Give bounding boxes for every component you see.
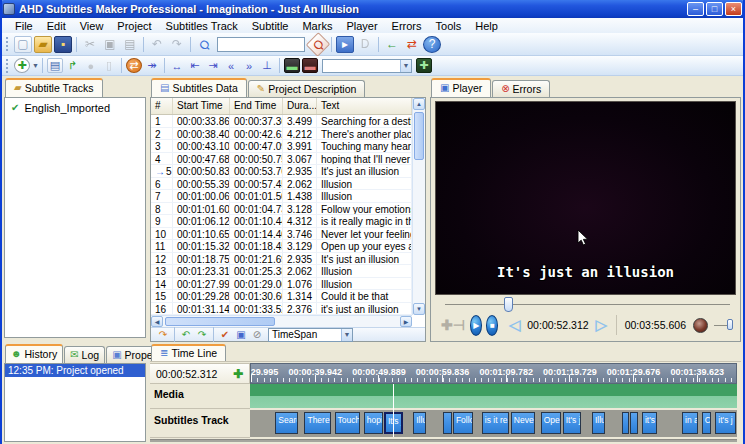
- export-track-icon[interactable]: ↱: [65, 58, 81, 73]
- scroll-left-button[interactable]: ◀: [151, 316, 163, 327]
- menu-item-file[interactable]: File: [8, 20, 40, 32]
- volume-slider[interactable]: [712, 318, 732, 332]
- tab-player[interactable]: ▣ Player: [431, 78, 491, 97]
- tab-subtitles-data[interactable]: ▤ Subtitles Data: [151, 78, 247, 97]
- scroll-down-button[interactable]: ▼: [413, 303, 425, 315]
- menu-item-marks[interactable]: Marks: [295, 20, 339, 32]
- subtitle-row-3[interactable]: 300:00:43.10700:00:47.0983.991Touching m…: [151, 140, 412, 153]
- hscroll-thumb[interactable]: [165, 317, 275, 326]
- menu-item-view[interactable]: View: [73, 20, 111, 32]
- subtitle-block[interactable]: hopin: [364, 412, 384, 434]
- scroll-up-button[interactable]: ▲: [413, 98, 425, 110]
- close-button[interactable]: ×: [725, 2, 742, 16]
- grid-horizontal-scrollbar[interactable]: ◀ ▶: [151, 315, 412, 327]
- tab-project-description[interactable]: ✎ Project Description: [248, 80, 366, 97]
- snap-start-icon[interactable]: ⇤: [187, 58, 203, 73]
- subtitle-block[interactable]: Follo: [453, 412, 473, 434]
- seek-thumb[interactable]: [504, 297, 513, 312]
- subtitle-row-6[interactable]: 600:00:55.39100:00:57.4532.062Illusion: [151, 178, 412, 191]
- playhead[interactable]: [393, 384, 394, 437]
- add-subtitle-icon[interactable]: ✚: [14, 58, 30, 73]
- toolbar-grip[interactable]: [6, 59, 9, 73]
- subtitle-block[interactable]: in a: [682, 412, 698, 434]
- stop-button[interactable]: ■: [486, 315, 498, 336]
- col-start-time[interactable]: Start Time: [173, 98, 230, 114]
- tab-subtitle-tracks[interactable]: ▰ Subtitle Tracks: [5, 78, 103, 97]
- subtitle-row-7[interactable]: 700:01:00.06400:01:01.5021.438Illusion: [151, 190, 412, 203]
- subtitle-row-16[interactable]: 1600:01:31.14800:01:33.5242.376it's just…: [151, 303, 412, 316]
- menu-item-subtitles-track[interactable]: Subtitles Track: [159, 20, 245, 32]
- col-duration[interactable]: Dura...: [283, 98, 317, 114]
- col-end-time[interactable]: End Time: [230, 98, 283, 114]
- import-subtitles-icon[interactable]: ←: [383, 36, 401, 53]
- track-properties-icon[interactable]: ▤: [47, 58, 63, 73]
- refresh-times-icon[interactable]: ↷: [156, 328, 170, 341]
- subtitle-block[interactable]: Illu: [413, 412, 426, 434]
- save-project-icon[interactable]: ▪: [54, 36, 72, 53]
- clear-time-icon[interactable]: ⊘: [250, 328, 264, 341]
- search-input[interactable]: [217, 37, 305, 52]
- attach-video-icon[interactable]: ▬: [284, 58, 300, 73]
- subtitle-block[interactable]: Open: [541, 412, 561, 434]
- menu-item-subtitle[interactable]: Subtitle: [245, 20, 296, 32]
- paste-time-icon[interactable]: ▣: [234, 328, 248, 341]
- shift-times-icon[interactable]: ↠: [144, 58, 160, 73]
- seek-slider[interactable]: [445, 304, 730, 305]
- col-number[interactable]: #: [151, 98, 173, 114]
- next-subtitle-button[interactable]: ▷: [592, 316, 612, 334]
- set-end-mark-icon[interactable]: »: [241, 58, 257, 73]
- add-subtitle-button[interactable]: ✚: [233, 367, 243, 381]
- subtitle-block[interactable]: Touchi: [335, 412, 361, 434]
- media-track-bar[interactable]: [250, 384, 737, 408]
- subtitle-row-13[interactable]: 1300:01:23.31900:01:25.3812.062Illusion: [151, 265, 412, 278]
- previous-subtitle-button[interactable]: ◁: [505, 316, 525, 334]
- subtitle-block[interactable]: There's: [304, 412, 331, 434]
- add-subtitle-icon-dropdown[interactable]: ▼: [32, 62, 39, 69]
- vscroll-thumb[interactable]: [414, 112, 424, 160]
- merge-lines-icon[interactable]: ⊥: [259, 58, 275, 73]
- convert-format-icon[interactable]: ⇄: [403, 36, 421, 53]
- subtitle-row-14[interactable]: 1400:01:27.99200:01:29.0681.076Illusion: [151, 278, 412, 291]
- new-project-icon[interactable]: ▢: [14, 36, 32, 53]
- menu-item-help[interactable]: Help: [468, 20, 505, 32]
- redo-times-icon[interactable]: ↷: [195, 328, 209, 341]
- subtitle-block[interactable]: C: [702, 412, 711, 434]
- tab-history[interactable]: ☻ History: [5, 344, 63, 363]
- maximize-button[interactable]: □: [706, 2, 723, 16]
- subtitle-row-4[interactable]: 400:00:47.68900:00:50.7563.067hoping tha…: [151, 153, 412, 166]
- menu-item-errors[interactable]: Errors: [385, 20, 429, 32]
- resync-icon[interactable]: ⇄: [126, 58, 142, 73]
- snap-end-icon[interactable]: ⇥: [205, 58, 221, 73]
- subtitle-row-12[interactable]: 1200:01:18.75900:01:21.6942.935It's just…: [151, 253, 412, 266]
- apply-times-icon[interactable]: ✔: [218, 328, 232, 341]
- open-project-icon[interactable]: ▰: [34, 36, 52, 53]
- subtitle-block[interactable]: Never l: [511, 412, 535, 434]
- timeline-ruler[interactable]: 00:00:29.99500:00:39.94200:00:49.88900:0…: [250, 363, 737, 384]
- menu-item-player[interactable]: Player: [339, 20, 384, 32]
- subtitle-row-11[interactable]: 1100:01:15.32700:01:18.4563.129Open up y…: [151, 240, 412, 253]
- undo-times-icon[interactable]: ↶: [179, 328, 193, 341]
- menu-item-edit[interactable]: Edit: [40, 20, 73, 32]
- tab-errors[interactable]: ⊗ Errors: [492, 80, 550, 97]
- subtitle-block[interactable]: [443, 412, 452, 434]
- set-start-mark-icon[interactable]: «: [223, 58, 239, 73]
- subtitle-row-15[interactable]: 1500:01:29.28600:01:30.6001.314Could it …: [151, 290, 412, 303]
- subtitle-row-10[interactable]: 1000:01:10.65500:01:14.4013.746Never let…: [151, 228, 412, 241]
- open-media-icon[interactable]: ▸: [336, 36, 354, 53]
- stretch-times-icon[interactable]: ↔: [169, 58, 185, 73]
- menu-item-project[interactable]: Project: [110, 20, 158, 32]
- subtitle-block[interactable]: [622, 412, 629, 434]
- search-icon[interactable]: Ϙ: [192, 32, 217, 57]
- subtitle-block[interactable]: It's j: [563, 412, 582, 434]
- find-button[interactable]: Ϙ: [306, 32, 331, 57]
- add-video-icon[interactable]: ✚: [416, 58, 432, 73]
- tab-timeline[interactable]: ≣ Time Line: [151, 344, 226, 361]
- subtitle-block[interactable]: it's j: [642, 412, 657, 434]
- video-source-combo[interactable]: ▼: [322, 59, 412, 73]
- title-bar[interactable]: AHD Subtitles Maker Professional - Imagi…: [0, 0, 745, 18]
- volume-knob-icon[interactable]: [693, 318, 708, 333]
- tab-log[interactable]: ✉ Log: [64, 346, 105, 363]
- help-icon[interactable]: ?: [423, 36, 441, 53]
- subtitles-track-lane[interactable]: SearcThere'sTouchihopinIt's jIlluFollois…: [250, 410, 737, 437]
- subtitle-block[interactable]: is it real: [482, 412, 510, 434]
